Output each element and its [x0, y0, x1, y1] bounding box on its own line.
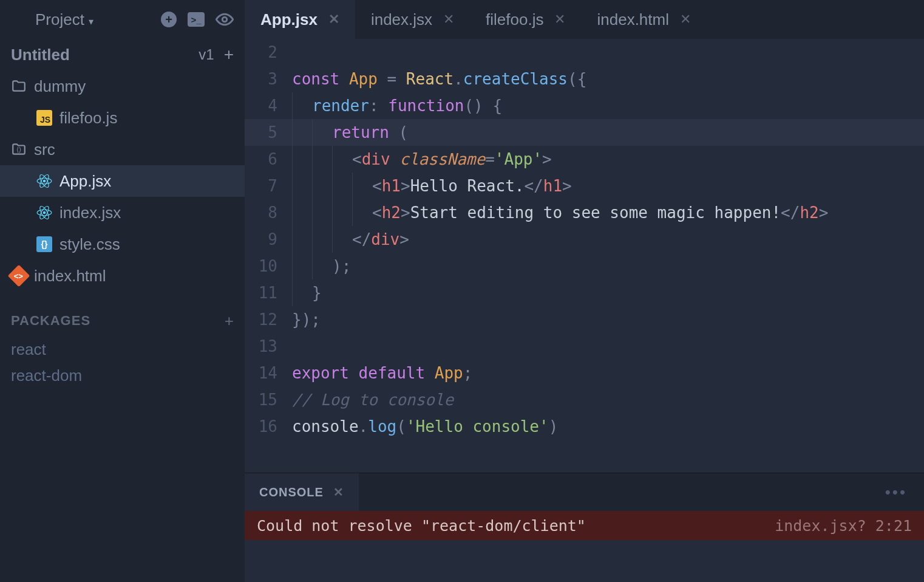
- tab-label: index.jsx: [371, 10, 432, 29]
- css-icon: {}: [36, 236, 52, 252]
- folder-icon: ⟨⟩: [11, 142, 27, 157]
- close-icon[interactable]: ✕: [328, 12, 339, 27]
- close-icon[interactable]: ✕: [554, 12, 565, 27]
- code-line[interactable]: 13: [245, 333, 924, 360]
- project-title[interactable]: Untitled: [11, 46, 70, 64]
- tree-item-label: src: [34, 140, 55, 159]
- line-number: 5: [245, 119, 292, 146]
- line-number: 8: [245, 199, 292, 226]
- line-number: 10: [245, 253, 292, 279]
- js-icon: JS: [36, 110, 52, 126]
- file-index-jsx[interactable]: index.jsx: [0, 197, 245, 228]
- close-icon[interactable]: ✕: [443, 12, 454, 27]
- project-dropdown[interactable]: Project ▾: [35, 10, 93, 29]
- tab-bar: App.jsx✕index.jsx✕filefoo.js✕index.html✕: [245, 0, 924, 39]
- sidebar: Untitled v1 + dummyJSfilefoo.js⟨⟩srcApp.…: [0, 39, 245, 582]
- tab-App-jsx[interactable]: App.jsx✕: [245, 0, 355, 39]
- line-number: 9: [245, 226, 292, 253]
- dashboard-icon[interactable]: [11, 12, 25, 27]
- code-line[interactable]: 10);: [245, 253, 924, 279]
- code-line[interactable]: 3const App = React.createClass({: [245, 66, 924, 92]
- line-number: 7: [245, 173, 292, 199]
- tab-index-jsx[interactable]: index.jsx✕: [355, 0, 470, 39]
- code-line[interactable]: 2: [245, 39, 924, 66]
- folder-icon: [11, 78, 27, 94]
- close-icon[interactable]: ✕: [333, 485, 344, 499]
- react-icon: [36, 205, 52, 221]
- svg-text:⟨⟩: ⟨⟩: [16, 146, 21, 153]
- project-title-row: Untitled v1 +: [0, 39, 245, 70]
- code-line[interactable]: 15// Log to console: [245, 386, 924, 413]
- file-App-jsx[interactable]: App.jsx: [0, 165, 245, 197]
- console-entry[interactable]: Could not resolve "react-dom/client"inde…: [245, 511, 924, 540]
- new-file-icon[interactable]: +: [224, 45, 234, 64]
- tab-label: App.jsx: [260, 10, 318, 29]
- terminal-icon[interactable]: >_: [188, 12, 205, 27]
- line-number: 12: [245, 306, 292, 333]
- code-area[interactable]: 23const App = React.createClass({4render…: [245, 39, 924, 473]
- code-line[interactable]: 6<div className='App'>: [245, 146, 924, 173]
- package-react[interactable]: react: [0, 337, 245, 363]
- code-line[interactable]: 16console.log('Hello console'): [245, 413, 924, 440]
- file-tree: dummyJSfilefoo.js⟨⟩srcApp.jsxindex.jsx{}…: [0, 70, 245, 292]
- html-icon: <>: [8, 265, 30, 287]
- console-panel: CONSOLE ✕ ••• Could not resolve "react-d…: [245, 473, 924, 582]
- line-number: 2: [245, 39, 292, 66]
- svg-point-0: [222, 17, 227, 22]
- main-area: Untitled v1 + dummyJSfilefoo.js⟨⟩srcApp.…: [0, 39, 924, 582]
- tab-label: index.html: [597, 10, 669, 29]
- package-react-dom[interactable]: react-dom: [0, 363, 245, 389]
- code-line[interactable]: 5return (: [245, 119, 924, 146]
- console-message: Could not resolve "react-dom/client": [257, 517, 586, 535]
- tab-label: filefoo.js: [486, 10, 543, 29]
- code-line[interactable]: 12});: [245, 306, 924, 333]
- add-file-icon[interactable]: +: [161, 12, 177, 27]
- tree-item-label: style.css: [59, 235, 120, 254]
- tree-item-label: App.jsx: [59, 172, 111, 191]
- packages-list: reactreact-dom: [0, 337, 245, 389]
- file-style-css[interactable]: {}style.css: [0, 228, 245, 260]
- code-line[interactable]: 7<h1>Hello React.</h1>: [245, 173, 924, 199]
- editor: 23const App = React.createClass({4render…: [245, 39, 924, 582]
- line-number: 13: [245, 333, 292, 360]
- console-body[interactable]: Could not resolve "react-dom/client"inde…: [245, 511, 924, 582]
- line-number: 4: [245, 92, 292, 119]
- code-line[interactable]: 4render: function() {: [245, 92, 924, 119]
- line-number: 14: [245, 360, 292, 386]
- tree-item-label: index.html: [34, 267, 106, 286]
- code-line[interactable]: 8<h2>Start editing to see some magic hap…: [245, 199, 924, 226]
- project-version[interactable]: v1: [199, 46, 214, 63]
- react-icon: [36, 173, 52, 189]
- folder-dummy[interactable]: dummy: [0, 70, 245, 102]
- tree-item-label: dummy: [34, 77, 86, 96]
- console-tab[interactable]: CONSOLE ✕: [245, 473, 359, 511]
- tab-index-html[interactable]: index.html✕: [581, 0, 707, 39]
- svg-point-6: [43, 211, 46, 214]
- line-number: 16: [245, 413, 292, 440]
- close-icon[interactable]: ✕: [680, 12, 691, 27]
- more-icon[interactable]: •••: [885, 483, 924, 502]
- sidebar-header: Project ▾ + >_: [0, 0, 245, 39]
- line-number: 3: [245, 66, 292, 92]
- preview-icon[interactable]: [216, 10, 234, 29]
- add-package-icon[interactable]: +: [225, 312, 234, 330]
- svg-point-2: [43, 180, 46, 183]
- code-line[interactable]: 11}: [245, 279, 924, 306]
- packages-header: PACKAGES +: [0, 305, 245, 337]
- line-number: 6: [245, 146, 292, 173]
- folder-src[interactable]: ⟨⟩src: [0, 134, 245, 165]
- file-index-html[interactable]: <>index.html: [0, 260, 245, 292]
- tree-item-label: index.jsx: [59, 204, 121, 222]
- line-number: 15: [245, 386, 292, 413]
- line-number: 11: [245, 279, 292, 306]
- tree-item-label: filefoo.js: [59, 109, 117, 128]
- code-line[interactable]: 14export default App;: [245, 360, 924, 386]
- tab-filefoo-js[interactable]: filefoo.js✕: [470, 0, 581, 39]
- console-source[interactable]: index.jsx? 2:21: [775, 517, 912, 535]
- console-tabs: CONSOLE ✕ •••: [245, 473, 924, 511]
- file-filefoo-js[interactable]: JSfilefoo.js: [0, 102, 245, 134]
- top-bar: Project ▾ + >_ App.jsx✕index.jsx✕filefoo…: [0, 0, 924, 39]
- code-line[interactable]: 9</div>: [245, 226, 924, 253]
